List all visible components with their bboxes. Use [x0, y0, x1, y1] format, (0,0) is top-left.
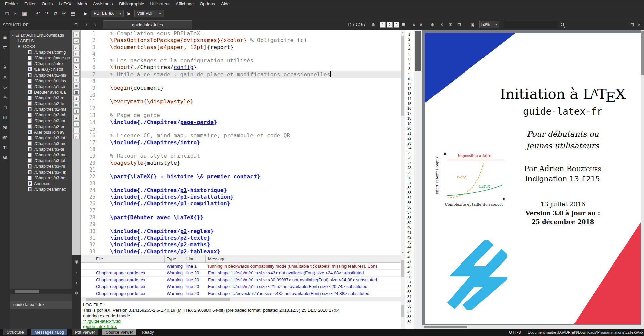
message-row[interactable]: Chapitres/page-garde.tex Warning line 20…	[81, 277, 405, 283]
log-vertical-scrollbar[interactable]	[401, 301, 405, 329]
structure-tree-item[interactable]: BLOCKS	[10, 44, 72, 49]
code-line[interactable]: 17\include{./Chapitres/intro}	[81, 139, 401, 146]
structure-tree-item[interactable]: ./Chapitres/p2-im	[10, 118, 72, 124]
edit-strip-button[interactable]: U	[73, 64, 80, 69]
sync-source-icon[interactable]: ⊕	[431, 22, 434, 28]
structure-tree-item[interactable]: P Débuter avec \La	[10, 89, 72, 95]
document-tab[interactable]: guide-latex-fr.tex	[103, 20, 192, 29]
messages-header-line[interactable]: Line	[184, 255, 206, 262]
menu-item[interactable]: Outils	[39, 0, 56, 7]
stop-icon[interactable]: ⊗	[371, 22, 375, 28]
scrollbar-thumb[interactable]	[15, 290, 39, 293]
code-line[interactable]: 20\pagestyle{mainstyle}	[81, 160, 401, 166]
structure-tree-item[interactable]: ./Chapitres/p3-mo	[10, 141, 72, 146]
pdf-toc-icon[interactable]: ≣	[402, 22, 405, 28]
code-line[interactable]: 15	[81, 126, 401, 132]
view-run-button[interactable]: ▶	[125, 11, 133, 16]
structure-tree-item[interactable]: P Annexes	[10, 181, 72, 186]
structure-horizontal-scrollbar[interactable]	[10, 289, 72, 294]
structure-tree-item[interactable]: ./Chapitres/p1-co	[10, 84, 72, 89]
pdf-page-vertical-scrollbar[interactable]	[641, 30, 644, 325]
edit-strip-button[interactable]: I	[73, 57, 80, 63]
edit-strip-button[interactable]: $$	[73, 102, 80, 107]
symbol-panel-tab-icon[interactable]: ✳	[1, 94, 9, 101]
expand-arrow-icon[interactable]: ▾	[12, 33, 14, 37]
structure-tree-item[interactable]: ./Chapitres/annex	[10, 186, 72, 192]
code-line[interactable]: 26\include{./Chapitres/p1-compilation}	[81, 200, 401, 207]
structure-tree-item[interactable]: ./Chapitres/p3-int	[10, 135, 72, 141]
symbol-panel-tab-icon[interactable]: Λ	[1, 74, 9, 81]
status-panel-toggle[interactable]: Source Viewer	[102, 329, 136, 335]
structure-tree-item[interactable]: ./Chapitres/intro	[10, 61, 72, 66]
quick-build-button[interactable]: ▶	[82, 11, 89, 16]
structure-tree-item[interactable]: ./Chapitres/p3-tab	[10, 158, 72, 163]
pdf-search-input[interactable]	[503, 21, 558, 28]
scrollbar-thumb[interactable]	[415, 31, 421, 71]
code-line[interactable]: 25\include{./Chapitres/p1-installation}	[81, 194, 401, 200]
edit-strip-button[interactable]: ref	[73, 38, 80, 44]
structure-tree-item[interactable]: ./Chapitres/p3-im	[10, 163, 72, 169]
menu-item[interactable]: Aide	[218, 0, 233, 7]
code-line[interactable]: 29	[81, 221, 401, 228]
code-line[interactable]: 5% Les packages et la configuration util…	[81, 57, 401, 64]
structure-tree-item[interactable]: ./Chapitres/p3-ma	[10, 152, 72, 158]
code-line[interactable]: 13% Page de garde	[81, 112, 401, 119]
toolbar-icon[interactable]: ⊡	[11, 9, 20, 17]
detach-viewer-icon[interactable]: ⊞	[630, 22, 634, 28]
message-row[interactable]: Warning line 1 running in backwards comp…	[81, 263, 405, 270]
code-line[interactable]: 10	[81, 92, 401, 98]
structure-tree-item[interactable]: ./Chapitres/p2-er	[10, 124, 72, 129]
structure-tree-item[interactable]: P \LaTeX{} : histoi	[10, 66, 72, 72]
messages-vertical-scrollbar[interactable]	[401, 255, 405, 297]
code-line[interactable]: 31\include{./Chapitres/p2-texte}	[81, 235, 401, 241]
symbol-panel-tab-icon[interactable]: ∞	[1, 84, 9, 91]
view-command-select[interactable]: Voir PDF ▾	[134, 10, 164, 17]
code-line[interactable]: 27	[81, 207, 401, 214]
edit-strip-button[interactable]: A	[73, 45, 80, 50]
code-line[interactable]: 22\part{\LaTeX{} : histoire \& premier c…	[81, 173, 401, 180]
code-line[interactable]: 11\everymath{\displaystyle}	[81, 98, 401, 105]
toolbar-icon[interactable]: ▤	[68, 9, 77, 17]
symbol-panel-tab-icon[interactable]: ⊓	[1, 104, 9, 111]
symbol-panel-tab-icon[interactable]: ⊠	[1, 114, 9, 121]
edit-strip-button[interactable]: √	[73, 121, 80, 127]
edit-strip-button[interactable]: $	[73, 96, 80, 101]
structure-tree-item[interactable]: ./Chapitres/p2-tab	[10, 112, 72, 118]
structure-tree-item[interactable]: ./Chapitres/p2-ma	[10, 106, 72, 112]
code-line[interactable]: 16% Licence CC, mind map, sommaire, préa…	[81, 132, 401, 139]
code-line[interactable]: 12	[81, 105, 401, 112]
structure-tree-item[interactable]: P Aller plus loin av	[10, 129, 72, 135]
edit-strip-button[interactable]: ▦	[73, 89, 80, 95]
symbol-panel-tab-icon[interactable]: MP	[1, 134, 9, 141]
symbol-panel-tab-icon[interactable]: PS	[1, 124, 9, 131]
status-panel-toggle[interactable]: Pdf Viewer	[72, 329, 98, 335]
code-line[interactable]: 18	[81, 146, 401, 153]
code-line[interactable]: 33\include{./Chapitres/p2-tableaux}	[81, 248, 401, 255]
gear-icon[interactable]: ✳	[440, 22, 444, 28]
messages-header-type[interactable]: Type	[165, 255, 184, 262]
code-line[interactable]: 7% Utile à ce stade : gain de place et m…	[81, 71, 401, 78]
structure-tree-item[interactable]: ./Chapitres/p3-Tik	[10, 169, 72, 175]
edit-strip-button[interactable]: ∫	[73, 108, 80, 114]
edit-strip-button[interactable]: B	[73, 51, 80, 56]
structure-tree-item[interactable]: LABELS	[10, 38, 72, 44]
presentation-eye-icon[interactable]: ◉	[471, 22, 474, 28]
message-row[interactable]: Chapitres/page-garde.tex Warning line 20…	[81, 283, 405, 290]
message-row[interactable]: Chapitres/page-garde.tex Warning line 20…	[81, 290, 405, 297]
toolbar-icon[interactable]: □	[3, 9, 11, 17]
code-line[interactable]: 21	[81, 166, 401, 173]
search-icon[interactable]	[561, 23, 564, 26]
code-line[interactable]: 14\include{./Chapitres/page-garde}	[81, 119, 401, 126]
menu-item[interactable]: Editer	[21, 0, 39, 7]
pdf-vertical-scrollbar[interactable]	[414, 30, 422, 329]
compile-command-select[interactable]: PDFLaTeX ▾	[91, 10, 124, 17]
scrollbar-thumb[interactable]	[641, 31, 644, 75]
panel-toggle-icon[interactable]: ›	[76, 270, 77, 275]
scroll-up-icon[interactable]: ▲	[401, 30, 405, 34]
scrollbar-thumb[interactable]	[86, 298, 230, 301]
navigate-back-button[interactable]: ‹	[83, 20, 90, 29]
scroll-down-icon[interactable]: ▼	[401, 251, 405, 255]
menu-item[interactable]: Fichier	[2, 0, 21, 7]
menu-item[interactable]: Bibliographie	[116, 0, 147, 7]
code-line[interactable]: 8	[81, 78, 401, 85]
